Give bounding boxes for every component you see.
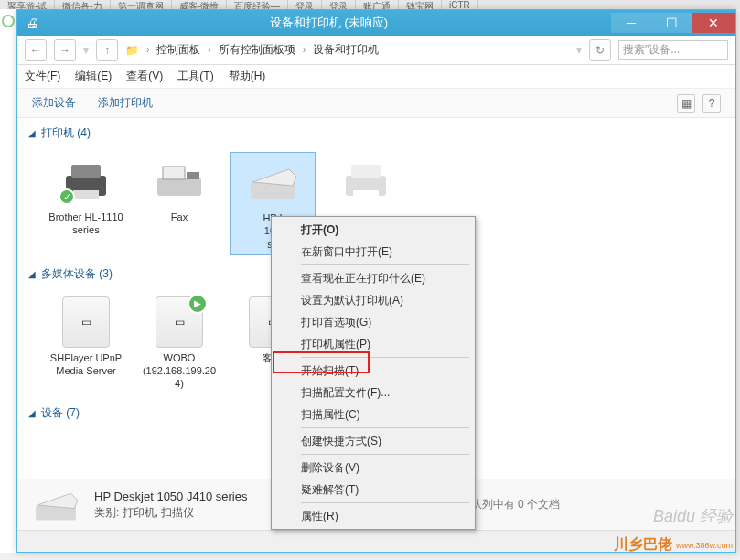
- cm-scan-props[interactable]: 扫描属性(C): [273, 404, 473, 425]
- svg-rect-8: [351, 165, 381, 178]
- svg-rect-1: [71, 165, 101, 178]
- media-item-shplayer[interactable]: ▭ SHPlayer UPnP Media Server: [43, 293, 129, 394]
- forward-button[interactable]: →: [54, 39, 76, 61]
- cm-start-scan[interactable]: 开始扫描(T): [273, 360, 473, 382]
- search-input[interactable]: 搜索"设备...: [618, 40, 728, 60]
- breadcrumb-item[interactable]: 所有控制面板项: [215, 40, 299, 59]
- menu-help[interactable]: 帮助(H): [229, 69, 266, 84]
- navigation-bar: ← → ▾ ↑ 📁 › 控制面板 › 所有控制面板项 › 设备和打印机 ▾ ↻ …: [17, 36, 735, 65]
- menu-file[interactable]: 文件(F): [25, 69, 60, 84]
- cm-properties[interactable]: 属性(R): [273, 505, 473, 527]
- cm-printer-props[interactable]: 打印机属性(P): [273, 333, 473, 355]
- chevron-right-icon: ›: [208, 45, 210, 55]
- svg-rect-2: [73, 190, 99, 199]
- back-button[interactable]: ←: [25, 39, 47, 61]
- device-label: SHPlayer UPnP Media Server: [47, 351, 125, 378]
- printer-item-brother[interactable]: ✓ Brother HL-1110 series: [43, 152, 129, 255]
- toolbar: 添加设备 添加打印机 ▦ ?: [17, 89, 735, 118]
- svg-rect-5: [187, 172, 199, 179]
- device-label: WOBO (192.168.199.204): [140, 351, 219, 391]
- browser-tab[interactable]: 登录: [288, 0, 322, 9]
- media-server-icon: ▭▶: [146, 296, 212, 348]
- fax-icon: [146, 156, 212, 207]
- printer-item-fax[interactable]: Fax: [136, 152, 222, 255]
- details-printer-icon: [28, 485, 83, 525]
- browser-tabs-strip: 聚享游-试 微信各-力 第一调查网 威客-微推 百度经验— 登录 登录 账广通 …: [0, 0, 740, 9]
- details-device-name: HP Deskjet 1050 J410 series: [94, 490, 247, 503]
- section-title: 设备 (7): [41, 405, 80, 421]
- app-icon: 🖨: [23, 14, 41, 32]
- cm-separator: [301, 357, 469, 358]
- browser-tab[interactable]: 第一调查网: [111, 0, 172, 9]
- breadcrumb: › 控制面板 › 所有控制面板项 › 设备和打印机: [146, 40, 569, 59]
- nav-separator: ▾: [83, 44, 89, 57]
- browser-tab[interactable]: 微信各-力: [55, 0, 110, 9]
- up-button[interactable]: ↑: [96, 39, 118, 61]
- breadcrumb-item[interactable]: 设备和打印机: [309, 40, 382, 59]
- section-title: 打印机 (4): [41, 125, 91, 141]
- cm-see-printing[interactable]: 查看现在正在打印什么(E): [273, 267, 473, 289]
- default-check-icon: ✓: [59, 188, 75, 205]
- chevron-right-icon: ›: [303, 45, 306, 55]
- device-label: Fax: [171, 210, 188, 223]
- cm-create-shortcut[interactable]: 创建快捷方式(S): [273, 430, 473, 452]
- window-title: 设备和打印机 (未响应): [47, 15, 611, 31]
- add-device-button[interactable]: 添加设备: [32, 95, 76, 111]
- media-item-wobo[interactable]: ▭▶ WOBO (192.168.199.204): [136, 293, 222, 394]
- collapse-icon: ◢: [28, 408, 36, 418]
- cm-separator: [301, 454, 469, 455]
- minimize-button[interactable]: ─: [611, 13, 651, 33]
- media-server-icon: ▭: [53, 296, 119, 348]
- device-label: Brother HL-1110 series: [47, 210, 125, 237]
- cm-print-prefs[interactable]: 打印首选项(G): [273, 311, 473, 333]
- browser-tab[interactable]: 聚享游-试: [0, 0, 55, 9]
- browser-tab[interactable]: iCTR: [442, 0, 478, 9]
- cm-scan-config[interactable]: 扫描配置文件(F)...: [273, 382, 473, 404]
- cm-open-new-window[interactable]: 在新窗口中打开(E): [273, 241, 473, 263]
- browser-tab[interactable]: 百度经验—: [227, 0, 288, 9]
- cm-open[interactable]: 打开(O): [273, 219, 473, 241]
- cm-troubleshoot[interactable]: 疑难解答(T): [273, 479, 473, 501]
- browser-tab[interactable]: 账广通: [356, 0, 399, 9]
- titlebar: 🖨 设备和打印机 (未响应) ─ ☐ ✕: [17, 10, 735, 36]
- breadcrumb-item[interactable]: 控制面板: [153, 40, 204, 59]
- browser-tab[interactable]: 威客-微推: [172, 0, 227, 9]
- cm-set-default[interactable]: 设置为默认打印机(A): [273, 289, 473, 311]
- maximize-button[interactable]: ☐: [651, 13, 692, 33]
- left-browser-strip: [0, 9, 16, 553]
- add-printer-button[interactable]: 添加打印机: [98, 95, 153, 111]
- svg-rect-4: [163, 167, 185, 179]
- scanner-printer-icon: [240, 156, 306, 208]
- view-options-button[interactable]: ▦: [677, 94, 695, 113]
- collapse-icon: ◢: [28, 269, 36, 279]
- dropdown-icon[interactable]: ▾: [576, 44, 582, 57]
- chevron-right-icon: ›: [146, 45, 149, 55]
- menubar: 文件(F) 编辑(E) 查看(V) 工具(T) 帮助(H): [17, 65, 735, 89]
- section-printers-header[interactable]: ◢ 打印机 (4): [28, 122, 724, 145]
- reload-icon[interactable]: [2, 15, 15, 27]
- cm-remove-device[interactable]: 删除设备(V): [273, 457, 473, 479]
- context-menu: 打开(O) 在新窗口中打开(E) 查看现在正在打印什么(E) 设置为默认打印机(…: [271, 216, 476, 530]
- browser-tab[interactable]: 登录: [322, 0, 356, 9]
- refresh-button[interactable]: ↻: [589, 39, 611, 61]
- cm-separator: [301, 264, 469, 265]
- collapse-icon: ◢: [28, 128, 36, 138]
- close-button[interactable]: ✕: [692, 13, 735, 33]
- menu-edit[interactable]: 编辑(E): [75, 69, 112, 84]
- help-button[interactable]: ?: [702, 94, 721, 113]
- menu-tools[interactable]: 工具(T): [177, 69, 213, 84]
- browser-tab[interactable]: 钱宝网: [399, 0, 442, 9]
- play-badge-icon: ▶: [188, 294, 208, 314]
- printer-icon: [333, 156, 399, 207]
- printer-icon: ✓: [53, 156, 119, 207]
- svg-rect-3: [157, 178, 201, 196]
- watermark-site: 川乡巴佬 www.386w.com: [614, 535, 733, 555]
- details-category: 类别: 打印机, 扫描仪: [94, 505, 247, 521]
- folder-icon: 📁: [125, 44, 139, 57]
- menu-view[interactable]: 查看(V): [126, 69, 163, 84]
- cm-separator: [301, 502, 469, 503]
- svg-rect-9: [353, 190, 379, 199]
- watermark-baidu: Baidu 经验: [653, 505, 733, 527]
- cm-separator: [301, 427, 469, 428]
- section-title: 多媒体设备 (3): [41, 266, 113, 282]
